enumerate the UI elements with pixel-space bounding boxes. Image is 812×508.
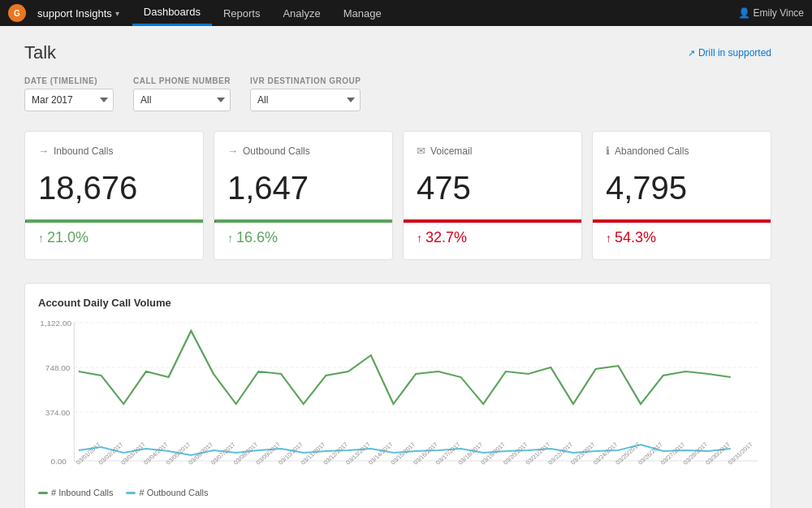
logo-circle: G	[8, 4, 26, 22]
chart-section: Account Daily Call Volume 1,122.00 748.0…	[24, 283, 771, 508]
logo[interactable]: G	[8, 4, 31, 22]
inbound-arrow: ↑	[38, 232, 44, 245]
voicemail-separator	[404, 219, 581, 223]
metric-cards: → Inbound Calls 18,676 ↑ 21.0% → Outboun…	[24, 131, 771, 260]
voicemail-value: 475	[417, 163, 568, 213]
filters-row: DATE (TIMELINE) Mar 2017 CALL PHONE NUMB…	[24, 76, 771, 111]
metric-card-abandoned: ℹ Abandoned Calls 4,795 ↑ 54.3%	[592, 131, 771, 260]
abandoned-change: ↑ 54.3%	[606, 229, 758, 246]
top-nav: G support Insights ▾ Dashboards Reports …	[0, 0, 812, 26]
legend-outbound: # Outbound Calls	[126, 488, 208, 497]
inbound-separator	[25, 219, 203, 223]
ivr-filter-select[interactable]: All	[250, 89, 361, 111]
metric-card-outbound: → Outbound Calls 1,647 ↑ 16.6%	[214, 131, 393, 260]
inbound-icon: →	[38, 145, 49, 157]
metric-card-inbound: → Inbound Calls 18,676 ↑ 21.0%	[24, 131, 204, 260]
legend-inbound-dot	[38, 492, 48, 494]
inbound-change-value: 21.0%	[47, 229, 89, 246]
outbound-icon: →	[227, 145, 238, 157]
voicemail-change: ↑ 32.7%	[417, 229, 568, 246]
app-name: support Insights	[37, 7, 112, 20]
chart-svg: 1,122.00 748.00 374.00 0.00 03/01/2017 0…	[38, 319, 758, 481]
drill-link-text: Drill in supported	[698, 47, 771, 59]
chart-container: 1,122.00 748.00 374.00 0.00 03/01/2017 0…	[38, 319, 758, 481]
metric-card-voicemail: ✉ Voicemail 475 ↑ 32.7%	[403, 131, 582, 260]
user-icon: 👤	[738, 7, 750, 19]
legend-outbound-dot	[126, 492, 136, 494]
metric-abandoned-header: ℹ Abandoned Calls	[606, 145, 758, 157]
drill-link[interactable]: ↗ Drill in supported	[688, 47, 771, 59]
drill-icon: ↗	[688, 48, 695, 59]
svg-text:1,122.00: 1,122.00	[40, 319, 71, 327]
svg-text:748.00: 748.00	[45, 363, 70, 371]
legend-inbound: # Inbound Calls	[38, 488, 113, 497]
metric-voicemail-header: ✉ Voicemail	[417, 145, 568, 157]
ivr-filter-group: IVR DESTINATION GROUP All	[250, 76, 361, 111]
nav-dashboards[interactable]: Dashboards	[132, 0, 212, 26]
metric-inbound-header: → Inbound Calls	[38, 145, 190, 157]
inbound-value: 18,676	[38, 163, 190, 213]
outbound-label: Outbound Calls	[243, 145, 310, 157]
chart-title: Account Daily Call Volume	[38, 297, 758, 309]
outbound-separator	[214, 219, 392, 223]
main-content: Talk ↗ Drill in supported DATE (TIMELINE…	[0, 26, 796, 508]
phone-filter-group: CALL PHONE NUMBER All	[133, 76, 231, 111]
abandoned-label: Abandoned Calls	[615, 145, 689, 157]
abandoned-value: 4,795	[606, 163, 758, 213]
user-name: Emily Vince	[754, 7, 804, 19]
metric-outbound-header: → Outbound Calls	[227, 145, 379, 157]
date-filter-group: DATE (TIMELINE) Mar 2017	[24, 76, 114, 111]
outbound-change: ↑ 16.6%	[227, 229, 379, 246]
nav-user[interactable]: 👤 Emily Vince	[738, 7, 804, 19]
page-header: Talk ↗ Drill in supported	[24, 42, 771, 63]
outbound-arrow: ↑	[227, 232, 233, 245]
nav-links: Dashboards Reports Analyze Manage	[132, 0, 738, 26]
voicemail-label: Voicemail	[430, 145, 472, 157]
svg-text:03/31/2017: 03/31/2017	[727, 441, 754, 467]
abandoned-change-value: 54.3%	[615, 229, 656, 246]
ivr-filter-label: IVR DESTINATION GROUP	[250, 76, 361, 85]
svg-text:374.00: 374.00	[45, 408, 70, 416]
svg-text:0.00: 0.00	[51, 457, 67, 465]
abandoned-separator	[593, 219, 771, 223]
inbound-change: ↑ 21.0%	[38, 229, 190, 246]
date-filter-label: DATE (TIMELINE)	[24, 76, 114, 85]
page-title: Talk	[24, 42, 56, 63]
outbound-change-value: 16.6%	[236, 229, 278, 246]
phone-filter-select[interactable]: All	[133, 89, 231, 111]
voicemail-icon: ✉	[417, 145, 425, 157]
inbound-label: Inbound Calls	[54, 145, 113, 157]
app-chevron-icon[interactable]: ▾	[115, 9, 119, 18]
nav-analyze[interactable]: Analyze	[271, 0, 331, 26]
legend-outbound-label: # Outbound Calls	[139, 488, 208, 497]
nav-manage[interactable]: Manage	[332, 0, 393, 26]
outbound-value: 1,647	[227, 163, 379, 213]
legend-inbound-label: # Inbound Calls	[51, 488, 113, 497]
date-filter-select[interactable]: Mar 2017	[24, 89, 114, 111]
abandoned-icon: ℹ	[606, 145, 610, 157]
chart-legend: # Inbound Calls # Outbound Calls	[38, 488, 758, 497]
abandoned-arrow: ↑	[606, 232, 611, 245]
voicemail-arrow: ↑	[417, 232, 422, 245]
voicemail-change-value: 32.7%	[425, 229, 467, 246]
phone-filter-label: CALL PHONE NUMBER	[133, 76, 231, 85]
nav-reports[interactable]: Reports	[212, 0, 272, 26]
